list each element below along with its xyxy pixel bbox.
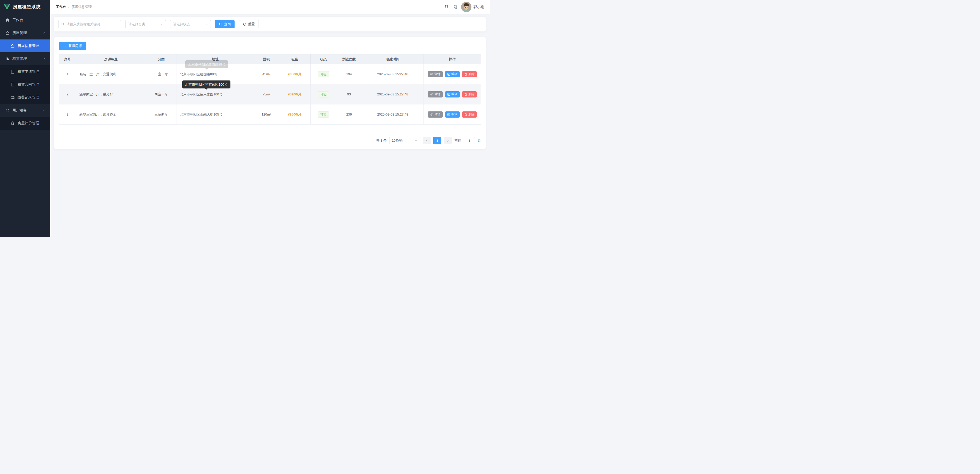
add-house-label: 新增房源 bbox=[68, 43, 82, 48]
cell-created: 2025-09-03 15:27:48 bbox=[362, 84, 424, 104]
breadcrumb-separator: / bbox=[68, 5, 69, 9]
keyword-input[interactable] bbox=[67, 22, 118, 26]
shirt-icon bbox=[444, 5, 449, 9]
cell-rent: ¥5200/月 bbox=[279, 84, 310, 104]
breadcrumb-workbench[interactable]: 工作台 bbox=[56, 5, 66, 9]
headset-icon bbox=[5, 108, 10, 113]
keyword-search-field bbox=[58, 20, 121, 29]
detail-button[interactable]: 详情 bbox=[428, 91, 443, 97]
house-list-card: 新增房源 序号 房源标题 分类 地址 面积 租金 bbox=[54, 37, 485, 149]
status-badge: 可租 bbox=[318, 91, 329, 97]
chevron-up-icon bbox=[43, 57, 46, 61]
cell-title: 豪华三室两厅，家具齐全 bbox=[76, 104, 146, 124]
chevron-down-icon bbox=[204, 22, 208, 26]
pagination-total: 共 3 条 bbox=[376, 138, 387, 143]
edit-label: 编辑 bbox=[451, 92, 458, 96]
col-views: 浏览次数 bbox=[336, 54, 362, 64]
edit-button[interactable]: 编辑 bbox=[445, 71, 460, 77]
detail-button[interactable]: 详情 bbox=[428, 112, 443, 118]
delete-button[interactable]: 删除 bbox=[462, 71, 477, 77]
prev-page-button[interactable] bbox=[423, 137, 431, 144]
sidebar-menu: 工作台 房屋管理 房屋信息管理 bbox=[0, 14, 50, 130]
col-title: 房源标题 bbox=[76, 54, 146, 64]
cell-area: 120m² bbox=[254, 104, 279, 124]
cell-address: 北京市朝阳区金融大街105号 bbox=[177, 104, 254, 124]
username: 郭小刚 bbox=[474, 5, 484, 9]
reset-button[interactable]: 重置 bbox=[239, 20, 259, 29]
page-unit-label: 页 bbox=[477, 138, 481, 143]
col-actions: 操作 bbox=[424, 54, 481, 64]
cell-title: 温馨两室一厅，采光好 bbox=[76, 84, 146, 104]
cell-category: 两室一厅 bbox=[146, 84, 177, 104]
star-icon bbox=[10, 121, 15, 126]
col-area: 面积 bbox=[254, 54, 279, 64]
category-select[interactable]: 请选择分类 bbox=[125, 20, 166, 29]
delete-button[interactable]: 删除 bbox=[462, 91, 477, 97]
page-size-select[interactable]: 10条/页 bbox=[389, 137, 420, 144]
sidebar-item-payment-records[interactable]: 缴费记录管理 bbox=[0, 91, 50, 104]
status-badge: 可租 bbox=[318, 71, 329, 77]
sidebar-item-label: 房屋信息管理 bbox=[18, 43, 39, 48]
delete-button[interactable]: 删除 bbox=[462, 112, 477, 118]
status-select-placeholder: 请选择状态 bbox=[173, 22, 190, 27]
col-index: 序号 bbox=[59, 54, 76, 64]
content: 请选择分类 请选择状态 查询 bbox=[50, 14, 490, 237]
detail-label: 详情 bbox=[434, 92, 441, 96]
edit-button[interactable]: 编辑 bbox=[445, 91, 460, 97]
sidebar-item-label: 租赁管理 bbox=[13, 56, 27, 61]
address-tooltip: 北京市朝阳区望京家园100号 bbox=[182, 80, 231, 88]
edit-icon bbox=[447, 113, 450, 116]
sidebar-item-label: 用户服务 bbox=[13, 108, 27, 113]
sidebar-item-label: 房屋评价管理 bbox=[18, 121, 39, 126]
office-building-icon bbox=[5, 56, 10, 61]
status-select[interactable]: 请选择状态 bbox=[170, 20, 211, 29]
chevron-down-icon bbox=[414, 139, 418, 142]
sidebar-item-lease-contract[interactable]: 租赁合同管理 bbox=[0, 78, 50, 91]
cell-index: 2 bbox=[59, 84, 76, 104]
edit-icon bbox=[447, 93, 450, 96]
sidebar-item-house-review[interactable]: 房屋评价管理 bbox=[0, 117, 50, 130]
cell-views: 236 bbox=[336, 104, 362, 124]
user-menu[interactable]: 郭小刚 bbox=[461, 2, 484, 12]
sidebar-item-lease-mgmt[interactable]: 租赁管理 bbox=[0, 53, 50, 65]
cell-category: 一室一厅 bbox=[146, 64, 177, 84]
document-icon bbox=[10, 69, 15, 74]
pagination: 共 3 条 10条/页 1 前往 bbox=[59, 137, 481, 144]
document-checked-icon bbox=[10, 82, 15, 87]
edit-button[interactable]: 编辑 bbox=[445, 112, 460, 118]
sidebar-item-label: 租赁合同管理 bbox=[18, 82, 39, 87]
search-button[interactable]: 查询 bbox=[215, 20, 235, 29]
category-select-placeholder: 请选择分类 bbox=[128, 22, 145, 27]
cell-rent: ¥8500/月 bbox=[279, 104, 310, 124]
submenu-lease: 租赁申请管理 租赁合同管理 缴费记录管理 bbox=[0, 65, 50, 104]
theme-label: 主题 bbox=[450, 5, 458, 9]
trash-icon bbox=[464, 93, 467, 96]
eye-icon bbox=[430, 113, 433, 116]
page-number-1[interactable]: 1 bbox=[433, 137, 441, 144]
add-house-button[interactable]: 新增房源 bbox=[59, 42, 86, 50]
detail-button[interactable]: 详情 bbox=[428, 71, 443, 77]
edit-label: 编辑 bbox=[451, 72, 458, 77]
sidebar-item-workbench[interactable]: 工作台 bbox=[0, 14, 50, 27]
sidebar-item-label: 缴费记录管理 bbox=[18, 95, 39, 100]
sidebar-item-house-info[interactable]: 房屋信息管理 bbox=[0, 40, 50, 53]
cell-status: 可租 bbox=[310, 104, 336, 124]
sidebar-item-label: 租赁申请管理 bbox=[18, 69, 39, 74]
sidebar-item-label: 工作台 bbox=[13, 18, 23, 22]
delete-label: 删除 bbox=[468, 112, 474, 117]
sidebar-item-house-mgmt[interactable]: 房屋管理 bbox=[0, 27, 50, 40]
house-icon bbox=[10, 43, 15, 48]
sidebar-item-lease-apply[interactable]: 租赁申请管理 bbox=[0, 65, 50, 78]
theme-toggle[interactable]: 主题 bbox=[444, 5, 458, 9]
cell-status: 可租 bbox=[310, 64, 336, 84]
page-size-value: 10条/页 bbox=[392, 138, 403, 143]
sidebar-item-user-service[interactable]: 用户服务 bbox=[0, 104, 50, 117]
goto-page-input[interactable] bbox=[464, 137, 475, 144]
arrow-right-icon bbox=[446, 139, 450, 142]
trash-icon bbox=[464, 73, 467, 76]
cell-actions: 详情 编辑 删除 bbox=[424, 64, 481, 84]
eye-icon bbox=[430, 73, 433, 75]
next-page-button[interactable] bbox=[444, 137, 452, 144]
breadcrumb: 工作台 / 房屋信息管理 bbox=[56, 5, 92, 9]
cell-area: 45m² bbox=[254, 64, 279, 84]
